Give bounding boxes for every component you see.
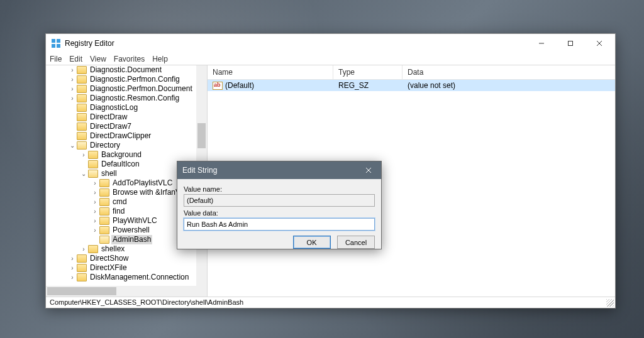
titlebar[interactable]: Registry Editor (46, 34, 615, 53)
folder-icon (77, 94, 87, 102)
menubar: File Edit View Favorites Help (46, 53, 615, 65)
chevron-down-icon[interactable]: ⌄ (69, 141, 76, 150)
chevron-right-icon[interactable]: › (91, 226, 99, 235)
folder-icon (77, 132, 87, 140)
minimize-button[interactable] (527, 34, 556, 53)
chevron-right-icon[interactable]: › (69, 65, 76, 75)
folder-icon (99, 236, 109, 244)
chevron-right-icon[interactable]: › (69, 94, 76, 103)
dialog-titlebar[interactable]: Edit String (177, 161, 381, 179)
chevron-down-icon[interactable]: ⌄ (80, 169, 87, 178)
value-name-input[interactable] (184, 194, 375, 207)
tree-item[interactable]: ›find (46, 207, 196, 216)
tree-item[interactable]: AdminBash (46, 235, 196, 244)
status-path: Computer\HKEY_CLASSES_ROOT\Directory\she… (50, 298, 243, 306)
tree-item-label: Diagnostic.Document (89, 65, 163, 75)
chevron-right-icon[interactable]: › (91, 188, 99, 197)
tree-item[interactable]: ›Diagnostic.Resmon.Config (46, 94, 196, 103)
resize-grip[interactable] (606, 299, 614, 307)
tree-item[interactable]: ›Diagnostic.Perfmon.Config (46, 75, 196, 84)
scrollbar-thumb[interactable] (197, 123, 206, 148)
registry-tree[interactable]: ›Diagnostic.Document›Diagnostic.Perfmon.… (46, 65, 196, 286)
folder-icon (77, 254, 87, 263)
value-type: REG_SZ (333, 81, 402, 90)
tree-item[interactable]: DefaultIcon (46, 160, 196, 169)
folder-icon (77, 75, 87, 84)
folder-icon (77, 123, 87, 131)
tree-item-label: Diagnostic.Perfmon.Document (89, 84, 194, 94)
value-data-label: Value data: (184, 209, 375, 217)
folder-icon (88, 245, 98, 253)
chevron-right-icon[interactable]: › (69, 75, 76, 84)
tree-item[interactable]: ⌄Directory (46, 141, 196, 150)
tree-item-label: DiskManagement.Connection (89, 273, 190, 282)
app-icon (51, 38, 61, 48)
tree-item-label: cmd (111, 197, 128, 207)
tree-item[interactable]: DiagnosticLog (46, 103, 196, 112)
tree-item[interactable]: ›cmd (46, 197, 196, 207)
tree-item[interactable]: ›Diagnostic.Document (46, 65, 196, 75)
tree-item-label: DirectDraw7 (89, 122, 133, 131)
tree-item-label: AddToPlaylistVLC (111, 178, 174, 188)
menu-view[interactable]: View (90, 55, 106, 63)
chevron-right-icon[interactable]: › (69, 254, 76, 263)
svg-rect-2 (52, 44, 55, 48)
menu-favorites[interactable]: Favorites (114, 55, 145, 63)
tree-item[interactable]: DirectDraw7 (46, 122, 196, 131)
tree-item[interactable]: ›DiskManagement.Connection (46, 273, 196, 282)
chevron-right-icon[interactable]: › (80, 244, 87, 254)
tree-item[interactable]: ›Browse with &IrfanView (46, 188, 196, 197)
folder-icon (99, 217, 109, 225)
tree-item[interactable]: DirectDrawClipper (46, 131, 196, 141)
tree-item[interactable]: ›PlayWithVLC (46, 216, 196, 226)
tree-item[interactable]: ›Background (46, 150, 196, 160)
chevron-right-icon[interactable]: › (91, 207, 99, 216)
folder-icon (77, 104, 87, 112)
folder-icon (77, 141, 87, 150)
tree-item-label: shellex (100, 244, 126, 254)
tree-item[interactable]: ›Powershell (46, 226, 196, 235)
dialog-close-button[interactable] (356, 161, 381, 179)
scrollbar-thumb[interactable] (47, 287, 116, 295)
cancel-button[interactable]: Cancel (337, 236, 375, 249)
column-data[interactable]: Data (402, 65, 615, 79)
value-data-input[interactable] (184, 218, 375, 231)
column-name[interactable]: Name (208, 65, 333, 79)
chevron-right-icon[interactable]: › (91, 178, 99, 188)
value-name-label: Value name: (184, 185, 375, 193)
tree-item[interactable]: ›DirectXFile (46, 263, 196, 273)
value-name: (Default) (225, 81, 254, 90)
tree-item-label: DirectXFile (89, 263, 128, 273)
chevron-right-icon[interactable]: › (69, 263, 76, 273)
value-row[interactable]: (Default) REG_SZ (value not set) (208, 80, 615, 91)
dialog-title: Edit String (182, 166, 217, 175)
chevron-right-icon[interactable]: › (91, 197, 99, 207)
folder-icon (99, 226, 109, 234)
chevron-right-icon[interactable]: › (80, 150, 87, 160)
tree-item-label: DefaultIcon (100, 160, 141, 169)
tree-item-label: find (111, 207, 126, 216)
tree-item[interactable]: ›Diagnostic.Perfmon.Document (46, 84, 196, 94)
menu-file[interactable]: File (50, 55, 62, 63)
tree-item[interactable]: ›AddToPlaylistVLC (46, 178, 196, 188)
chevron-right-icon[interactable]: › (69, 84, 76, 94)
folder-icon (77, 113, 87, 121)
chevron-right-icon[interactable]: › (91, 216, 99, 226)
maximize-button[interactable] (556, 34, 585, 53)
menu-help[interactable]: Help (152, 55, 168, 63)
tree-item[interactable]: ›DirectShow (46, 254, 196, 263)
folder-icon (77, 66, 87, 74)
window-title: Registry Editor (65, 39, 114, 48)
folder-icon (77, 264, 87, 272)
menu-edit[interactable]: Edit (69, 55, 82, 63)
column-type[interactable]: Type (333, 65, 402, 79)
tree-horizontal-scrollbar[interactable] (46, 286, 196, 297)
chevron-right-icon[interactable]: › (69, 273, 76, 282)
svg-rect-3 (57, 44, 60, 48)
ok-button[interactable]: OK (293, 236, 331, 249)
close-button[interactable] (585, 34, 614, 53)
tree-item[interactable]: ⌄shell (46, 169, 196, 178)
tree-item[interactable]: ›shellex (46, 244, 196, 254)
scrollbar-corner (196, 286, 207, 297)
tree-item[interactable]: DirectDraw (46, 112, 196, 122)
